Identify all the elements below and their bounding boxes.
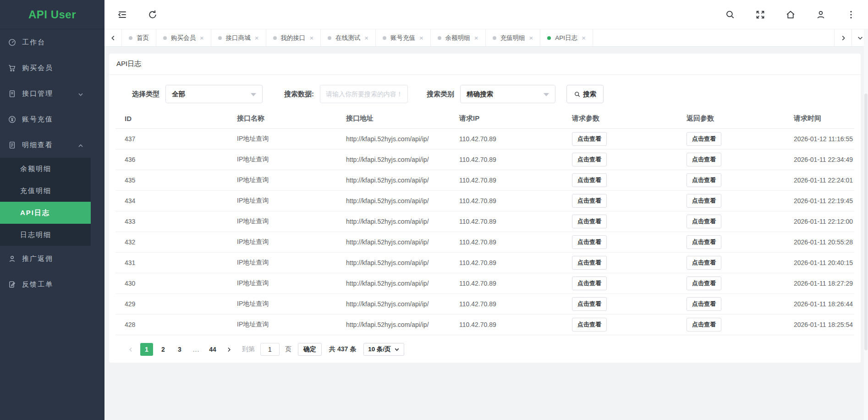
collapse-icon-button[interactable] <box>117 10 127 20</box>
tabs-scroll-right-button[interactable] <box>834 29 852 46</box>
sidebar-item-workbench[interactable]: 工作台 <box>0 29 91 55</box>
view-request-params-button[interactable]: 点击查看 <box>572 194 607 208</box>
tab-api-market[interactable]: 接口商城× <box>211 29 266 46</box>
sidebar-item-recharge[interactable]: 账号充值 <box>0 106 91 132</box>
scrollbar-thumb[interactable] <box>864 94 868 350</box>
cell-request-ip: 110.42.70.89 <box>450 321 563 328</box>
close-icon[interactable]: × <box>474 34 478 41</box>
sidebar-submenu-details: 余额明细充值明细API日志日志明细 <box>0 158 91 246</box>
sidebar-subitem-log-details[interactable]: 日志明细 <box>0 224 91 246</box>
view-response-params-button[interactable]: 点击查看 <box>687 297 721 311</box>
sidebar-subitem-recharge-details[interactable]: 充值明细 <box>0 180 91 202</box>
pagination: 123...44 到第 页 确定 共 437 条 10 条/页 <box>109 335 861 356</box>
cell-api-name: IP地址查询 <box>228 279 337 287</box>
goto-confirm-button[interactable]: 确定 <box>298 343 322 356</box>
cell-api-name: IP地址查询 <box>228 238 337 246</box>
view-response-params-button[interactable]: 点击查看 <box>687 194 721 208</box>
page-unit-label: 页 <box>285 345 291 354</box>
tab-my-api[interactable]: 我的接口× <box>266 29 321 46</box>
cell-api-url: http://kfapi.52hyjs.com/api/ip/ <box>337 135 450 143</box>
sidebar-item-feedback[interactable]: 反馈工单 <box>0 271 91 297</box>
view-response-params-button[interactable]: 点击查看 <box>687 256 721 270</box>
close-icon[interactable]: × <box>582 34 586 41</box>
page-button-1[interactable]: 1 <box>140 343 153 356</box>
close-icon[interactable]: × <box>310 34 314 41</box>
close-icon[interactable]: × <box>364 34 368 41</box>
view-request-params-button[interactable]: 点击查看 <box>572 132 607 146</box>
tabs-scroll-left-button[interactable] <box>104 29 122 46</box>
refresh-icon-button[interactable] <box>148 10 158 20</box>
sidebar-item-label: 推广返佣 <box>22 254 83 263</box>
prev-page-button[interactable] <box>125 343 137 356</box>
goto-page-input[interactable] <box>260 343 280 356</box>
table-row: 432IP地址查询http://kfapi.52hyjs.com/api/ip/… <box>115 232 854 253</box>
view-request-params-button[interactable]: 点击查看 <box>572 153 607 166</box>
vertical-scrollbar[interactable] <box>864 29 868 420</box>
view-request-params-button[interactable]: 点击查看 <box>572 173 607 187</box>
close-icon[interactable]: × <box>255 34 259 41</box>
page-size-select[interactable]: 10 条/页 <box>363 343 404 356</box>
view-response-params-button[interactable]: 点击查看 <box>687 173 721 187</box>
search-category-label: 搜索类别 <box>427 90 454 99</box>
view-response-params-button[interactable]: 点击查看 <box>687 153 721 166</box>
view-request-params-button[interactable]: 点击查看 <box>572 235 607 249</box>
category-select[interactable]: 精确搜索 <box>460 85 555 103</box>
column-header: 请求时间 <box>785 114 854 123</box>
cell-api-url: http://kfapi.52hyjs.com/api/ip/ <box>337 177 450 184</box>
view-request-params-button[interactable]: 点击查看 <box>572 297 607 311</box>
sidebar-item-promotion[interactable]: 推广返佣 <box>0 246 91 271</box>
sidebar-item-details[interactable]: 明细查看 <box>0 132 91 158</box>
search-button[interactable]: 搜索 <box>566 85 604 103</box>
tab-online-test[interactable]: 在线测试× <box>321 29 376 46</box>
kebab-icon-button[interactable] <box>846 10 856 20</box>
view-request-params-button[interactable]: 点击查看 <box>572 276 607 290</box>
tab-buy-member[interactable]: 购买会员× <box>156 29 211 46</box>
sidebar-subitem-balance-details[interactable]: 余额明细 <box>0 158 91 180</box>
next-page-button[interactable] <box>223 343 235 356</box>
page-button-44[interactable]: 44 <box>206 343 219 356</box>
view-response-params-button[interactable]: 点击查看 <box>687 276 721 290</box>
close-icon[interactable]: × <box>529 34 533 41</box>
close-icon[interactable]: × <box>200 34 204 41</box>
fullscreen-icon-button[interactable] <box>755 10 765 20</box>
chevron-left-icon <box>128 347 134 353</box>
user-icon-button[interactable] <box>816 10 826 20</box>
tab-balance-details[interactable]: 余额明细× <box>431 29 486 46</box>
doc-icon <box>8 90 16 98</box>
tab-recharge-details[interactable]: 充值明细× <box>486 29 541 46</box>
column-header: ID <box>115 115 228 122</box>
content-area: API日志 选择类型 全部 搜索数据: 搜索类别 精确搜索 搜索 <box>104 47 868 420</box>
sidebar-item-buy-member[interactable]: 购买会员 <box>0 55 91 81</box>
sidebar-item-api-manage[interactable]: 接口管理 <box>0 81 91 106</box>
view-response-params-button[interactable]: 点击查看 <box>687 215 721 228</box>
view-request-params-button[interactable]: 点击查看 <box>572 256 607 270</box>
view-response-params-button[interactable]: 点击查看 <box>687 318 721 332</box>
type-select[interactable]: 全部 <box>165 85 263 103</box>
page-button-2[interactable]: 2 <box>157 343 170 356</box>
sidebar-subitem-api-log[interactable]: API日志 <box>0 202 91 224</box>
tab-label: 充值明细 <box>500 34 525 42</box>
table-row: 435IP地址查询http://kfapi.52hyjs.com/api/ip/… <box>115 170 854 191</box>
page-button-3[interactable]: 3 <box>173 343 186 356</box>
header-right-icons <box>725 10 856 20</box>
cell-view-request-params: 点击查看 <box>563 256 677 270</box>
cell-view-request-params: 点击查看 <box>563 153 677 166</box>
search-input[interactable] <box>320 85 408 103</box>
close-icon[interactable]: × <box>419 34 423 41</box>
tab-home[interactable]: 首页 <box>122 29 156 46</box>
view-response-params-button[interactable]: 点击查看 <box>687 235 721 249</box>
search-icon <box>574 91 581 98</box>
cell-request-time: 2026-01-11 18:26:44 <box>785 300 854 308</box>
search-icon-button[interactable] <box>725 10 735 20</box>
view-response-params-button[interactable]: 点击查看 <box>687 132 721 146</box>
cell-view-response-params: 点击查看 <box>677 173 785 187</box>
cell-request-ip: 110.42.70.89 <box>450 135 563 143</box>
tab-dot <box>383 36 386 40</box>
tab-dot <box>547 36 551 40</box>
view-request-params-button[interactable]: 点击查看 <box>572 215 607 228</box>
tab-recharge[interactable]: 账号充值× <box>376 29 431 46</box>
home-icon-button[interactable] <box>786 10 796 20</box>
view-request-params-button[interactable]: 点击查看 <box>572 318 607 332</box>
tab-api-log[interactable]: API日志× <box>540 29 593 46</box>
kebab-icon <box>846 13 856 21</box>
